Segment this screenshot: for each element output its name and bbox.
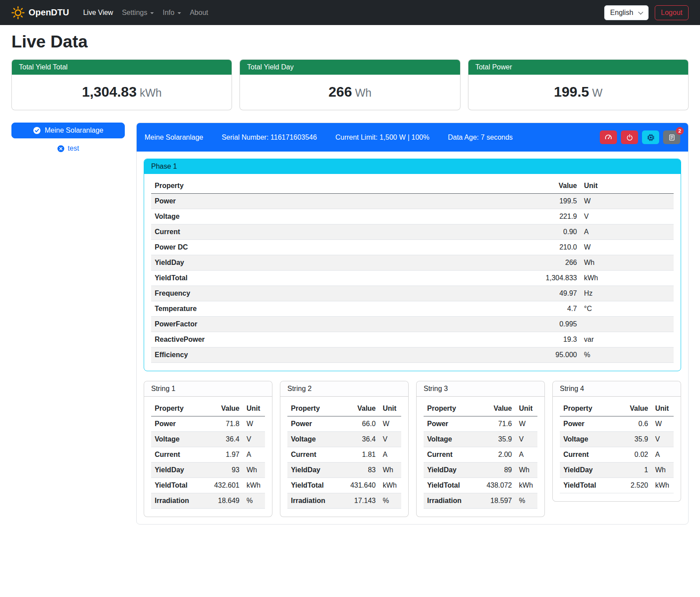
summary-unit: Wh [355,87,372,99]
table-row: YieldTotal 432.601 kWh [151,478,265,493]
value-cell: 35.9 [475,432,515,447]
unit-column-header: Unit [652,401,674,416]
device-info-button[interactable] [642,130,659,144]
nav-info-label: Info [163,9,174,17]
phase-table: Property Value Unit Power [151,178,674,363]
phase-card-body: Property Value Unit Power [144,174,681,371]
brand-label: OpenDTU [29,7,69,18]
value-cell: 71.6 [475,416,515,432]
value-cell: 431.640 [339,478,379,493]
property-cell: Voltage [151,209,408,224]
value-cell: 266 [408,255,581,271]
summary-unit: kWh [140,87,162,99]
logout-button[interactable]: Logout [655,5,689,20]
property-cell: Power [424,416,475,432]
table-row: YieldDay 89 Wh [424,463,537,478]
inverter-select-label: Meine Solaranlage [45,127,103,134]
summary-card-total-yield-day: Total Yield Day 266Wh [239,59,460,110]
table-row: Voltage 35.9 V [560,432,674,447]
value-cell: 210.0 [408,240,581,255]
sidebar: Meine Solaranlage test [11,123,125,152]
chevron-down-icon [638,9,643,14]
test-link[interactable]: test [11,145,125,152]
property-column-header: Property [151,401,203,416]
property-cell: Current [287,447,339,463]
value-cell: 221.9 [408,209,581,224]
summary-card-title: Total Yield Total [12,60,232,75]
table-row: YieldTotal 431.640 kWh [287,478,401,493]
property-cell: Voltage [560,432,616,447]
unit-cell: V [580,209,674,224]
table-row: PowerFactor 0.995 [151,317,674,332]
value-cell: 93 [203,463,243,478]
inverter-select-button[interactable]: Meine Solaranlage [11,123,125,138]
property-cell: YieldTotal [287,478,339,493]
property-cell: YieldDay [287,463,339,478]
property-cell: Power [287,416,339,432]
property-column-header: Property [424,401,475,416]
value-cell: 71.8 [203,416,243,432]
table-row: YieldDay 83 Wh [287,463,401,478]
value-cell: 18.649 [203,493,243,509]
summary-value: 199.5 [554,84,589,100]
inverter-data-age: Data Age: 7 seconds [448,134,513,141]
value-cell: 432.601 [203,478,243,493]
language-select[interactable]: English [604,5,649,20]
content-row: Meine Solaranlage test Meine Solaranlage… [11,123,689,525]
property-cell: Frequency [151,286,408,301]
unit-cell: W [243,416,265,432]
string-3-table: Property Value Unit Power [424,401,537,509]
unit-cell: A [580,224,674,240]
event-log-button[interactable]: 2 [663,130,680,144]
table-row: Voltage 35.9 V [424,432,537,447]
string-card-title: String 3 [417,381,544,397]
property-cell: Power [151,194,408,209]
nav-settings[interactable]: Settings [117,5,158,20]
unit-cell: Wh [515,463,537,478]
power-button[interactable] [621,130,638,144]
unit-cell: Hz [580,286,674,301]
table-row: ReactivePower 19.3 var [151,332,674,347]
inverter-serial: Serial Number: 116171603546 [221,134,317,141]
inverter-name: Meine Solaranlage [145,134,203,141]
value-cell: 89 [475,463,515,478]
unit-column-header: Unit [379,401,401,416]
table-row: Current 1.97 A [151,447,265,463]
table-header-row: Property Value Unit [151,178,674,194]
table-row: Irradiation 17.143 % [287,493,401,509]
unit-cell: °C [580,301,674,317]
nav-settings-label: Settings [122,9,147,17]
limit-settings-button[interactable] [600,130,617,144]
summary-card-body: 266Wh [240,75,460,110]
value-cell: 83 [339,463,379,478]
value-cell: 2.00 [475,447,515,463]
property-cell: YieldTotal [424,478,475,493]
string-card-body: Property Value Unit Power [553,397,681,501]
summary-card-body: 1,304.83kWh [12,75,232,110]
property-column-header: Property [151,178,408,194]
unit-cell: Wh [243,463,265,478]
value-cell: 0.02 [616,447,652,463]
nav-about[interactable]: About [185,5,213,20]
value-cell: 4.7 [408,301,581,317]
property-cell: Power DC [151,240,408,255]
value-cell: 35.9 [616,432,652,447]
page-content: Live Data Total Yield Total 1,304.83kWh … [0,25,700,538]
sun-icon [11,6,25,19]
unit-cell: % [515,493,537,509]
inverter-panel-header: Meine Solaranlage Serial Number: 1161716… [137,123,688,152]
value-column-header: Value [475,401,515,416]
brand-link[interactable]: OpenDTU [11,6,69,19]
value-cell: 17.143 [339,493,379,509]
value-cell: 1.81 [339,447,379,463]
value-cell: 36.4 [339,432,379,447]
phase-card-title: Phase 1 [144,159,681,174]
unit-cell: A [379,447,401,463]
table-header-row: Property Value Unit [424,401,537,416]
unit-cell: W [580,240,674,255]
unit-cell: W [580,194,674,209]
nav-live-view[interactable]: Live View [79,5,117,20]
nav-info[interactable]: Info [158,5,185,20]
table-row: YieldDay 1 Wh [560,463,674,478]
property-cell: Irradiation [424,493,475,509]
